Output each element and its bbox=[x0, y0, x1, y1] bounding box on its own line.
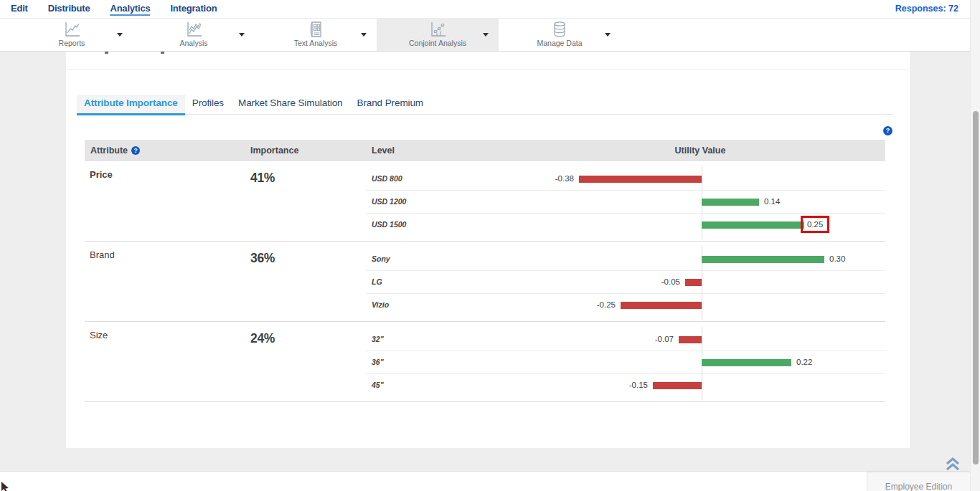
utility-bar-cell: -0.15 bbox=[515, 374, 885, 396]
tab-market-share-simulation[interactable]: Market Share Simulation bbox=[231, 95, 350, 114]
toolbar-item-manage-data[interactable]: Manage Data bbox=[499, 19, 621, 51]
level-label: 32" bbox=[366, 328, 515, 351]
scrollbar-thumb[interactable] bbox=[973, 111, 979, 464]
negative-utility-bar bbox=[621, 302, 702, 309]
level-label: USD 1200 bbox=[366, 191, 515, 213]
negative-utility-bar bbox=[653, 382, 702, 389]
nav-menu: Edit Distribute Analytics Integration bbox=[0, 0, 980, 18]
nav-item-distribute[interactable]: Distribute bbox=[48, 0, 90, 14]
level-label: 36" bbox=[366, 351, 515, 373]
toolbar-item-reports[interactable]: Reports bbox=[11, 19, 133, 51]
nav-item-analytics[interactable]: Analytics bbox=[110, 0, 150, 16]
level-row: Vizio -0.25 bbox=[366, 294, 885, 317]
utility-value-highlighted: 0.25 bbox=[801, 216, 829, 233]
attribute-group-size: Size 24% 32" -0.07 36" 0.22 45" -0.15 bbox=[85, 322, 885, 402]
clipped-heading-remnant bbox=[161, 52, 164, 54]
column-header-utility-value: Utility Value bbox=[515, 140, 885, 161]
utility-value-label: -0.05 bbox=[661, 271, 680, 293]
double-chevron-up-icon bbox=[944, 456, 961, 472]
level-row: Sony 0.30 bbox=[366, 248, 885, 271]
chevron-down-icon[interactable] bbox=[483, 33, 489, 37]
help-icon[interactable]: ? bbox=[883, 126, 892, 135]
chevron-down-icon[interactable] bbox=[605, 33, 611, 37]
tab-profiles[interactable]: Profiles bbox=[185, 95, 231, 114]
column-header-level: Level bbox=[366, 140, 515, 161]
conjoint-analysis-panel: Attribute Importance Profiles Market Sha… bbox=[66, 52, 910, 448]
toolbar-item-label: Conjoint Analysis bbox=[409, 39, 466, 47]
toolbar-item-label: Text Analysis bbox=[294, 39, 338, 47]
level-row: 36" 0.22 bbox=[366, 351, 885, 374]
utility-value-label: 0.14 bbox=[764, 191, 780, 213]
level-row: 32" -0.07 bbox=[366, 328, 885, 351]
level-label: Vizio bbox=[366, 294, 515, 317]
responses-count-link[interactable]: Responses: 72 bbox=[895, 4, 958, 14]
utility-bar-cell: 0.30 bbox=[515, 248, 885, 270]
utility-value-label: -0.07 bbox=[655, 328, 674, 351]
analytics-toolbar: Reports Analysis Text Analysis bbox=[0, 19, 980, 52]
column-header-label: Attribute bbox=[90, 140, 128, 161]
utility-value-label: -0.25 bbox=[597, 294, 616, 316]
level-row: 45" -0.15 bbox=[366, 374, 885, 397]
attribute-name: Size bbox=[85, 322, 244, 401]
database-icon bbox=[550, 21, 569, 38]
scatter-chart-icon bbox=[428, 21, 447, 38]
attribute-name: Price bbox=[85, 161, 244, 241]
tab-brand-premium[interactable]: Brand Premium bbox=[350, 95, 430, 114]
toolbar-item-label: Reports bbox=[59, 39, 85, 47]
toolbar-item-analysis[interactable]: Analysis bbox=[133, 19, 255, 51]
negative-utility-bar bbox=[579, 176, 702, 183]
level-label: Sony bbox=[366, 248, 515, 270]
utility-value-label: -0.15 bbox=[629, 374, 648, 396]
level-label: LG bbox=[366, 271, 515, 293]
negative-utility-bar bbox=[679, 336, 702, 343]
attribute-name: Brand bbox=[85, 242, 244, 321]
nav-item-integration[interactable]: Integration bbox=[170, 0, 217, 14]
level-label: 45" bbox=[366, 374, 515, 397]
scroll-to-top-button[interactable] bbox=[944, 456, 961, 472]
positive-utility-bar bbox=[702, 359, 791, 366]
chevron-down-icon[interactable] bbox=[239, 33, 245, 37]
utility-bar-cell: -0.25 bbox=[515, 294, 885, 316]
panel-header-divider bbox=[67, 70, 909, 70]
toolbar-item-label: Analysis bbox=[179, 39, 207, 47]
level-label: USD 1500 bbox=[366, 214, 515, 237]
positive-utility-bar bbox=[702, 199, 759, 206]
mouse-cursor bbox=[1, 482, 11, 491]
tab-attribute-importance[interactable]: Attribute Importance bbox=[77, 95, 185, 114]
negative-utility-bar bbox=[685, 279, 702, 286]
column-header-attribute: Attribute ? bbox=[85, 140, 244, 161]
utility-bar-cell: 0.25 bbox=[515, 214, 885, 236]
toolbar-item-text-analysis[interactable]: Text Analysis bbox=[255, 19, 377, 51]
level-row: LG -0.05 bbox=[366, 271, 885, 294]
attribute-importance-table: Attribute ? Importance Level Utility Val… bbox=[85, 140, 885, 402]
toolbar-item-label: Manage Data bbox=[537, 39, 582, 47]
clipped-heading-remnant bbox=[105, 52, 108, 54]
help-icon[interactable]: ? bbox=[131, 146, 140, 155]
level-rows: Sony 0.30 LG -0.05 Vizio -0.25 bbox=[366, 242, 885, 321]
attribute-group-price: Price 41% USD 800 -0.38 USD 1200 0.14 US… bbox=[85, 161, 885, 242]
vertical-scrollbar bbox=[970, 0, 980, 491]
utility-value-label: 0.22 bbox=[796, 351, 812, 373]
page-background: Attribute Importance Profiles Market Sha… bbox=[0, 52, 980, 491]
attribute-group-brand: Brand 36% Sony 0.30 LG -0.05 Vizio -0.25 bbox=[85, 242, 885, 322]
chevron-down-icon[interactable] bbox=[117, 33, 123, 37]
top-navigation-bar: Edit Distribute Analytics Integration Re… bbox=[0, 0, 980, 19]
cursor-arrow-icon bbox=[1, 482, 11, 491]
analysis-tabs: Attribute Importance Profiles Market Sha… bbox=[77, 95, 893, 115]
multi-line-chart-icon bbox=[184, 21, 203, 38]
chevron-down-icon[interactable] bbox=[361, 33, 367, 37]
column-header-importance: Importance bbox=[244, 140, 366, 161]
utility-bar-cell: 0.22 bbox=[515, 351, 885, 373]
edition-badge: Employee Edition bbox=[867, 472, 970, 491]
level-label: USD 800 bbox=[366, 168, 515, 190]
importance-value: 24% bbox=[244, 322, 366, 401]
level-row: USD 1200 0.14 bbox=[366, 191, 885, 214]
level-rows: USD 800 -0.38 USD 1200 0.14 USD 1500 0.2… bbox=[366, 161, 885, 241]
utility-bar-cell: -0.07 bbox=[515, 328, 885, 351]
nav-item-edit[interactable]: Edit bbox=[11, 0, 28, 14]
toolbar-item-conjoint-analysis[interactable]: Conjoint Analysis bbox=[377, 19, 499, 51]
level-row: USD 800 -0.38 bbox=[366, 168, 885, 191]
utility-value-label: -0.38 bbox=[555, 168, 574, 190]
footer-bar: Employee Edition bbox=[0, 471, 980, 491]
utility-bar-cell: 0.14 bbox=[515, 191, 885, 213]
